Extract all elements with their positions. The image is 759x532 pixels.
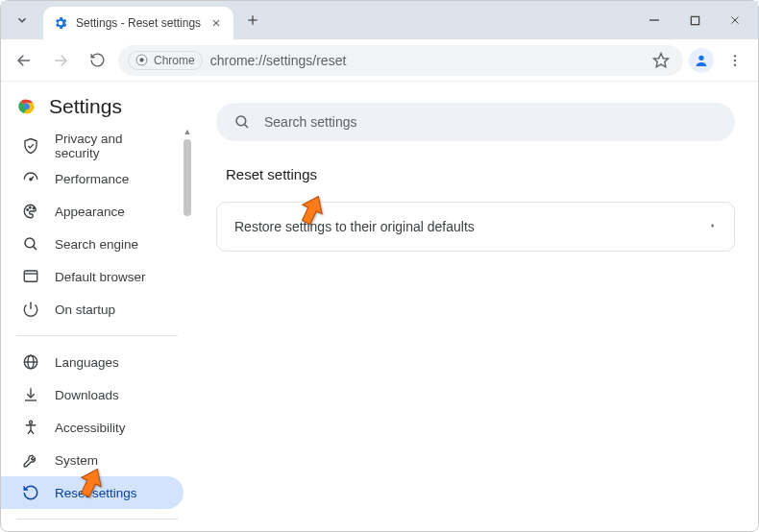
sidebar-divider bbox=[16, 335, 178, 336]
svg-rect-27 bbox=[24, 271, 37, 281]
speedometer-icon bbox=[22, 170, 39, 187]
download-icon bbox=[22, 386, 39, 403]
sidebar-scrollbar[interactable]: ▲ bbox=[182, 126, 193, 531]
sidebar-item-extensions[interactable]: Extensions bbox=[1, 529, 184, 531]
chevron-down-icon bbox=[15, 13, 29, 27]
svg-point-13 bbox=[698, 55, 703, 60]
svg-point-25 bbox=[25, 238, 35, 248]
sidebar-item-label: System bbox=[55, 453, 98, 468]
chrome-icon bbox=[135, 54, 148, 66]
arrow-right-icon bbox=[52, 52, 69, 69]
minimize-button[interactable] bbox=[635, 6, 673, 35]
svg-point-22 bbox=[27, 209, 29, 211]
sidebar-item-languages[interactable]: Languages bbox=[1, 346, 184, 378]
palette-icon bbox=[22, 203, 39, 220]
globe-icon bbox=[22, 353, 39, 371]
svg-point-14 bbox=[734, 55, 736, 57]
site-chip[interactable]: Chrome bbox=[128, 51, 203, 70]
forward-button[interactable] bbox=[45, 45, 76, 76]
restore-defaults-label: Restore settings to their original defau… bbox=[234, 219, 475, 234]
overflow-menu-button[interactable] bbox=[720, 45, 750, 76]
minimize-icon bbox=[649, 14, 660, 26]
browser-tab[interactable]: Settings - Reset settings bbox=[43, 7, 233, 39]
svg-point-33 bbox=[30, 421, 33, 423]
profile-button[interactable] bbox=[689, 48, 714, 73]
sidebar-item-label: Performance bbox=[55, 172, 129, 186]
reload-icon bbox=[89, 52, 106, 68]
sidebar-item-label: Downloads bbox=[55, 388, 119, 402]
svg-point-21 bbox=[30, 179, 32, 181]
star-icon bbox=[652, 52, 670, 69]
sidebar-item-label: Languages bbox=[55, 355, 119, 370]
browser-window: Settings - Reset settings bbox=[0, 0, 759, 532]
svg-point-16 bbox=[734, 63, 736, 65]
page-title: Settings bbox=[49, 95, 122, 118]
restore-icon bbox=[22, 484, 39, 501]
reload-button[interactable] bbox=[82, 45, 112, 76]
maximize-icon bbox=[690, 15, 700, 26]
browser-toolbar: Chrome chrome://settings/reset bbox=[1, 39, 758, 82]
bookmark-button[interactable] bbox=[649, 48, 673, 73]
settings-sidebar: Settings Privacy and security Performanc… bbox=[1, 82, 193, 531]
wrench-icon bbox=[22, 451, 39, 469]
sidebar-item-accessibility[interactable]: Accessibility bbox=[1, 411, 184, 444]
sidebar-divider bbox=[16, 519, 178, 520]
sidebar-item-performance[interactable]: Performance bbox=[1, 162, 184, 195]
svg-point-11 bbox=[139, 58, 143, 61]
sidebar-item-label: On startup bbox=[55, 302, 115, 317]
tab-search-button[interactable] bbox=[9, 7, 36, 34]
shield-icon bbox=[22, 137, 39, 155]
scrollbar-thumb[interactable] bbox=[184, 139, 191, 216]
sidebar-item-privacy[interactable]: Privacy and security bbox=[1, 130, 184, 162]
power-icon bbox=[22, 301, 39, 318]
search-icon bbox=[22, 235, 39, 253]
dots-vertical-icon bbox=[727, 53, 743, 68]
maximize-button[interactable] bbox=[675, 6, 714, 35]
sidebar-item-system[interactable]: System bbox=[1, 444, 184, 476]
restore-defaults-row[interactable]: Restore settings to their original defau… bbox=[216, 202, 735, 252]
sidebar-item-label: Reset settings bbox=[55, 486, 137, 500]
url-text: chrome://settings/reset bbox=[210, 53, 347, 68]
section-title: Reset settings bbox=[216, 166, 735, 182]
arrow-left-icon bbox=[15, 52, 33, 69]
chrome-logo-icon bbox=[16, 96, 37, 117]
plus-icon bbox=[246, 13, 259, 27]
sidebar-item-label: Accessibility bbox=[55, 421, 126, 435]
user-icon bbox=[694, 53, 709, 68]
new-tab-button[interactable] bbox=[239, 7, 266, 34]
sidebar-item-label: Default browser bbox=[55, 270, 146, 284]
svg-point-24 bbox=[33, 207, 35, 209]
sidebar-item-label: Search engine bbox=[55, 237, 138, 252]
sidebar-item-default-browser[interactable]: Default browser bbox=[1, 260, 184, 293]
sidebar-item-downloads[interactable]: Downloads bbox=[1, 378, 184, 411]
scroll-up-button[interactable]: ▲ bbox=[182, 126, 193, 137]
settings-content: Settings Privacy and security Performanc… bbox=[1, 82, 758, 531]
settings-main: Search settings Reset settings Restore s… bbox=[193, 82, 758, 531]
svg-marker-12 bbox=[654, 53, 669, 66]
search-placeholder: Search settings bbox=[264, 114, 357, 130]
sidebar-item-on-startup[interactable]: On startup bbox=[1, 293, 184, 326]
window-controls bbox=[635, 1, 754, 39]
search-icon bbox=[233, 113, 251, 131]
sidebar-item-search-engine[interactable]: Search engine bbox=[1, 228, 184, 260]
close-window-button[interactable] bbox=[716, 6, 754, 35]
svg-point-39 bbox=[236, 116, 246, 126]
address-bar[interactable]: Chrome chrome://settings/reset bbox=[118, 45, 683, 76]
gear-icon bbox=[53, 15, 68, 31]
sidebar-list: Privacy and security Performance Appeara… bbox=[1, 126, 193, 531]
sidebar-item-reset-settings[interactable]: Reset settings bbox=[1, 476, 184, 509]
svg-point-23 bbox=[30, 207, 32, 209]
settings-header: Settings bbox=[1, 82, 193, 126]
omnibox-actions bbox=[649, 48, 673, 73]
search-settings-input[interactable]: Search settings bbox=[216, 103, 735, 141]
svg-point-15 bbox=[734, 59, 736, 60]
tab-title: Settings - Reset settings bbox=[76, 16, 201, 30]
svg-line-26 bbox=[34, 247, 37, 250]
browser-icon bbox=[22, 268, 39, 285]
close-icon bbox=[211, 18, 221, 28]
sidebar-item-label: Appearance bbox=[55, 205, 125, 219]
tab-close-button[interactable] bbox=[208, 15, 224, 31]
chevron-right-icon bbox=[709, 219, 717, 234]
sidebar-item-appearance[interactable]: Appearance bbox=[1, 195, 184, 228]
back-button[interactable] bbox=[9, 45, 39, 76]
